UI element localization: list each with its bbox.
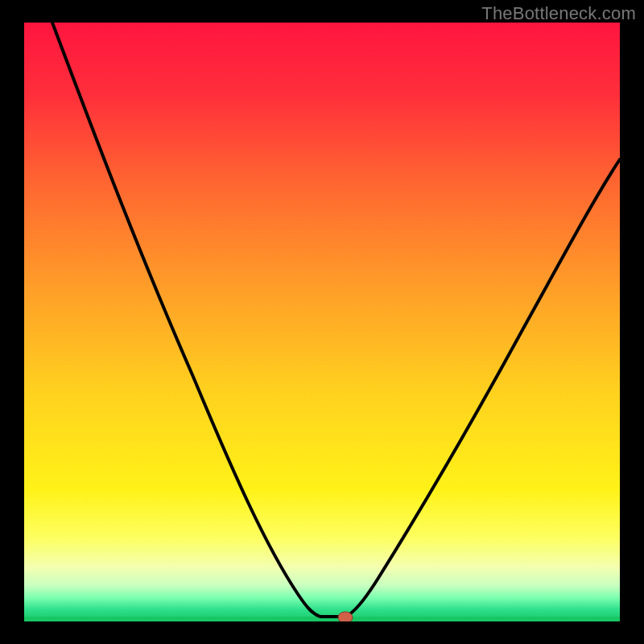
plot-background bbox=[24, 23, 620, 621]
optimum-marker bbox=[338, 612, 353, 621]
watermark-text: TheBottleneck.com bbox=[481, 3, 636, 24]
chart-frame: TheBottleneck.com bbox=[0, 0, 644, 644]
bottleneck-chart bbox=[24, 23, 620, 621]
